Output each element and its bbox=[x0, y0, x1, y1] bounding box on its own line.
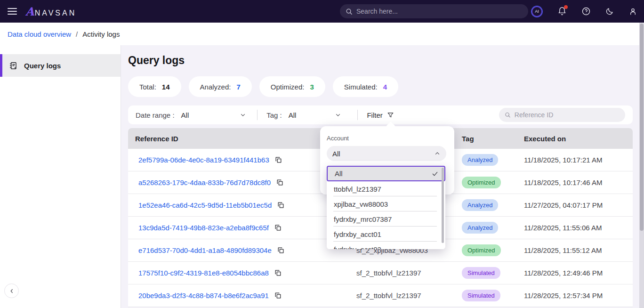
date-range-value: All bbox=[181, 111, 189, 119]
notification-dot bbox=[564, 5, 568, 9]
account-option[interactable]: ttobfvl_lz21397 bbox=[327, 181, 445, 196]
global-search[interactable] bbox=[340, 4, 528, 18]
moon-icon bbox=[605, 7, 614, 16]
reference-id-link[interactable]: e716d537-70d0-4dd1-a1a8-4890fd89304e bbox=[138, 246, 272, 254]
user-icon bbox=[628, 7, 637, 16]
account-option-label: ttobfvl_lz21397 bbox=[334, 185, 381, 193]
col-header-executed-on: Executed on bbox=[517, 135, 633, 143]
reference-id-link[interactable]: 2ef5799a-06de-4e0c-8a19-63491f441b63 bbox=[138, 156, 269, 164]
account-cell: sf_2_ttobfvl_lz21397 bbox=[349, 269, 455, 277]
filter-button[interactable]: Filter bbox=[367, 111, 394, 119]
account-option-label: All bbox=[335, 170, 343, 178]
page-title: Query logs bbox=[128, 54, 185, 67]
reference-id-input[interactable] bbox=[515, 111, 620, 119]
chevron-down-icon bbox=[335, 112, 341, 118]
sidebar: Query logs bbox=[0, 45, 121, 308]
date-range-dropdown[interactable]: Date range : All bbox=[136, 111, 246, 119]
ai-assistant-button[interactable]: AI bbox=[531, 6, 543, 17]
account-option-label: fydrxby_acct02 bbox=[334, 245, 381, 250]
account-select[interactable]: All bbox=[327, 146, 446, 161]
search-icon bbox=[505, 112, 511, 118]
account-option[interactable]: All bbox=[327, 166, 445, 181]
account-dropdown-label: Account bbox=[327, 135, 349, 142]
executed-on-cell: 11/27/2025, 04:07:17 PM bbox=[517, 201, 633, 209]
tag-filter-value: All bbox=[289, 111, 297, 119]
col-header-reference-id: Reference ID bbox=[128, 135, 349, 143]
check-icon bbox=[431, 170, 439, 178]
stat-simulated: Simulated: 4 bbox=[333, 76, 398, 97]
copy-icon[interactable] bbox=[277, 202, 284, 209]
account-options-list: All ttobfvl_lz21397 xpjlbaz_vw88003 fydr… bbox=[327, 166, 445, 249]
tag-filter-label: Tag : bbox=[266, 111, 282, 119]
filter-divider bbox=[257, 110, 258, 120]
reference-id-link[interactable]: 13c9da5d-7419-49b8-823e-a2eba8f9c65f bbox=[138, 224, 269, 232]
copy-icon[interactable] bbox=[277, 247, 284, 254]
copy-icon[interactable] bbox=[274, 292, 282, 299]
stat-total: Total: 14 bbox=[128, 76, 181, 97]
reference-id-link[interactable]: a5268263-179c-4daa-833b-76d7d78dc8f0 bbox=[138, 178, 271, 186]
reference-id-link[interactable]: 20be9da3-d2f3-4c88-b874-b8e6f2ac9a91 bbox=[138, 292, 269, 300]
stat-analyzed-label: Analyzed: bbox=[200, 83, 231, 91]
breadcrumb-parent-link[interactable]: Data cloud overview bbox=[8, 30, 71, 38]
dropdown-scrollbar[interactable] bbox=[442, 168, 444, 243]
brand-logo[interactable]: A NAVSAN bbox=[25, 5, 76, 18]
col-header-tag: Tag bbox=[455, 135, 517, 143]
account-option[interactable]: fydrxby_acct02 bbox=[327, 242, 445, 249]
search-icon bbox=[346, 8, 353, 15]
account-option[interactable]: xpjlbaz_vw88003 bbox=[327, 196, 445, 211]
hamburger-menu-icon[interactable] bbox=[8, 8, 17, 15]
stat-analyzed-value: 7 bbox=[236, 83, 240, 91]
tag-badge: Analyzed bbox=[462, 154, 498, 166]
reference-id-search[interactable] bbox=[499, 108, 625, 122]
reference-id-link[interactable]: 1e52ea46-ca6d-42c5-9d5d-11eb5b01ec5d bbox=[138, 201, 272, 209]
brand-logo-text: NAVSAN bbox=[35, 9, 77, 17]
account-option[interactable]: fydrxby_acct01 bbox=[327, 227, 445, 242]
stats-row: Total: 14 Analyzed: 7 Optimized: 3 Simul… bbox=[128, 76, 398, 97]
account-option-label: fydrxby_mrc07387 bbox=[334, 215, 392, 223]
chevron-up-icon bbox=[434, 150, 441, 157]
executed-on-cell: 11/18/2025, 10:17:21 AM bbox=[517, 156, 633, 164]
top-navbar: A NAVSAN AI bbox=[0, 0, 644, 23]
breadcrumb-separator: / bbox=[76, 30, 78, 38]
chevron-down-icon bbox=[240, 112, 246, 118]
stat-total-label: Total: bbox=[139, 83, 156, 91]
account-select-value: All bbox=[332, 150, 340, 158]
table-row: 20be9da3-d2f3-4c88-b874-b8e6f2ac9a91 sf_… bbox=[128, 284, 633, 307]
brand-logo-letter: A bbox=[25, 5, 34, 18]
stat-optimized-label: Optimized: bbox=[271, 83, 305, 91]
sidebar-item-label: Query logs bbox=[24, 62, 61, 70]
executed-on-cell: 11/18/2025, 10:17:46 AM bbox=[517, 178, 633, 186]
breadcrumb-current: Activity logs bbox=[82, 30, 120, 38]
sidebar-item-query-logs[interactable]: Query logs bbox=[0, 54, 121, 77]
page-scrollbar-thumb[interactable] bbox=[640, 24, 644, 231]
reference-id-link[interactable]: 17575f10-c9f2-4319-81e8-e8054bbc86a8 bbox=[138, 269, 269, 277]
query-logs-icon bbox=[9, 61, 18, 70]
executed-on-cell: 11/28/2025, 12:49:46 PM bbox=[517, 269, 633, 277]
stat-total-value: 14 bbox=[162, 83, 170, 91]
help-button[interactable] bbox=[581, 7, 591, 16]
dark-mode-toggle[interactable] bbox=[605, 7, 614, 16]
table-row: 17575f10-c9f2-4319-81e8-e8054bbc86a8 sf_… bbox=[128, 262, 633, 284]
account-cell: sf_2_ttobfvl_lz21397 bbox=[349, 292, 455, 300]
copy-icon[interactable] bbox=[274, 224, 282, 231]
filter-bar: Date range : All Tag : All Filter bbox=[128, 105, 633, 124]
filter-button-label: Filter bbox=[367, 111, 382, 119]
tag-badge: Simulated bbox=[462, 290, 500, 301]
account-option-label: fydrxby_acct01 bbox=[334, 230, 381, 238]
stat-simulated-label: Simulated: bbox=[344, 83, 378, 91]
global-search-input[interactable] bbox=[356, 8, 523, 15]
copy-icon[interactable] bbox=[274, 269, 282, 276]
account-option[interactable]: fydrxby_mrc07387 bbox=[327, 211, 445, 227]
profile-button[interactable] bbox=[628, 7, 637, 16]
date-range-label: Date range : bbox=[136, 111, 175, 119]
sidebar-collapse-button[interactable] bbox=[4, 284, 19, 298]
executed-on-cell: 11/28/2025, 12:57:34 PM bbox=[517, 292, 633, 300]
stat-simulated-value: 4 bbox=[383, 83, 387, 91]
tag-badge: Analyzed bbox=[462, 199, 498, 211]
stat-optimized-value: 3 bbox=[310, 83, 314, 91]
copy-icon[interactable] bbox=[275, 156, 282, 163]
tag-dropdown[interactable]: Tag : All bbox=[266, 111, 341, 119]
notifications-button[interactable] bbox=[557, 7, 567, 16]
page-scrollbar[interactable] bbox=[639, 23, 644, 308]
copy-icon[interactable] bbox=[276, 179, 283, 186]
